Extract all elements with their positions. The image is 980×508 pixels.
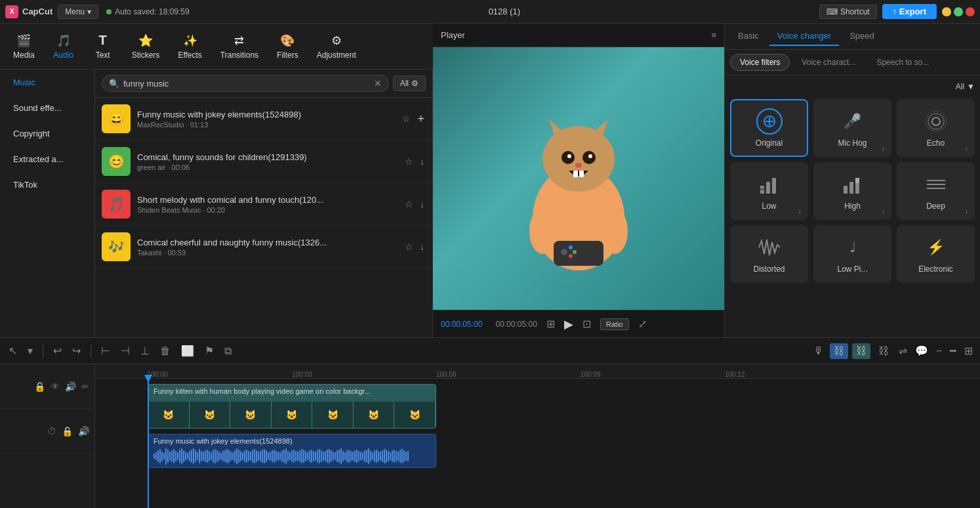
maximize-button[interactable] [954, 7, 963, 16]
split-keep-button[interactable]: ⊥ [137, 343, 153, 359]
subtitle-button[interactable]: 💬 [913, 343, 930, 359]
shortcut-button[interactable]: ⌨ Shortcut [819, 5, 877, 19]
app-logo: X CapCut [5, 5, 52, 18]
redo-button[interactable]: ↪ [69, 343, 84, 359]
toolbar-stickers[interactable]: ⭐ Stickers [124, 30, 168, 64]
search-input-wrap[interactable]: 🔍 ✕ [102, 75, 389, 92]
export-button[interactable]: ↑ Export [882, 4, 937, 19]
tab-speed[interactable]: Speed [842, 27, 882, 46]
toolbar-transitions[interactable]: ⇄ Transitions [213, 30, 266, 64]
delete-button[interactable]: 🗑 [157, 343, 174, 359]
speaker-icon[interactable]: 🔊 [64, 380, 77, 393]
svg-point-21 [932, 117, 940, 125]
sub-tab-voice-filters[interactable]: Voice filters [730, 54, 790, 71]
nav-copyright[interactable]: Copyright [4, 122, 91, 145]
toolbar-audio[interactable]: 🎵 Audio [45, 30, 82, 64]
list-item[interactable]: 🎶 Comical cheerful and naughty funny mus… [95, 226, 432, 268]
clock-icon[interactable]: ⏱ [46, 425, 58, 438]
split-all-button[interactable]: ⊣ [117, 343, 133, 359]
tab-basic[interactable]: Basic [730, 27, 767, 46]
sub-tab-speech-to-so[interactable]: Speech to so... [867, 54, 938, 71]
grid-view-button[interactable]: ⊞ [544, 316, 558, 331]
nav-extracted[interactable]: Extracted a... [4, 148, 91, 171]
filter-low-pitch[interactable]: ♩ Low Pi... [813, 225, 891, 283]
close-button[interactable] [966, 7, 975, 16]
filter-button[interactable]: All ⚙ [393, 75, 426, 91]
timeline-scrollable[interactable]: 100:00 100:03 100:06 100:09 100:12 Funny… [95, 364, 980, 508]
svg-rect-9 [573, 171, 578, 177]
eye-icon[interactable]: 👁 [49, 380, 61, 393]
cursor-dropdown-button[interactable]: ▾ [24, 343, 36, 359]
link-button[interactable]: ⛓ [830, 343, 848, 359]
search-input[interactable] [123, 79, 370, 89]
filter-mic-hog[interactable]: 🎤 Mic Hog ↓ [813, 99, 891, 157]
track-favorite-button[interactable]: ☆ [403, 240, 415, 253]
toolbar-effects[interactable]: ✨ Effects [170, 30, 209, 64]
nav-music[interactable]: Music [4, 71, 91, 94]
track-download-button[interactable]: ↓ [419, 198, 426, 211]
filter-original[interactable]: Original [730, 99, 808, 157]
all-filter-button[interactable]: All ▼ [956, 82, 975, 91]
filter-deep[interactable]: Deep ↓ [897, 162, 975, 220]
track-favorite-button[interactable]: ☆ [403, 155, 415, 168]
filter-electronic[interactable]: ⚡ Electronic [897, 225, 975, 283]
lock2-icon[interactable]: 🔒 [60, 425, 74, 438]
swap-button[interactable]: ⇌ [897, 343, 909, 359]
flag-button[interactable]: ⚑ [201, 343, 217, 359]
lock-icon[interactable]: 🔒 [33, 380, 47, 393]
mic-button[interactable]: 🎙 [811, 343, 826, 359]
list-item[interactable]: 🎵 Short melody with comical and funny to… [95, 183, 432, 226]
electronic-icon: ⚡ [923, 234, 949, 261]
filter-icon: ⚙ [411, 79, 419, 88]
search-clear-icon[interactable]: ✕ [374, 78, 382, 89]
audio-link-button[interactable]: ⛓ [874, 343, 893, 359]
play-button[interactable]: ▶ [564, 317, 573, 331]
audio-track[interactable]: Funny music with jokey elements(1524898) [148, 434, 436, 468]
track-download-button[interactable]: ↓ [419, 240, 426, 253]
group-button[interactable]: ⧉ [221, 343, 235, 359]
zoom-out-button[interactable]: − [934, 343, 944, 359]
track-favorite-button[interactable]: ☆ [403, 198, 415, 211]
nav-sound-effects[interactable]: Sound effe... [4, 96, 91, 119]
track-info: Comical, funny sounds for children(12913… [137, 152, 397, 171]
track-add-button[interactable]: + [416, 111, 426, 127]
menu-button[interactable]: Menu ▾ [58, 5, 98, 19]
sub-tab-voice-charact[interactable]: Voice charact... [792, 54, 865, 71]
toolbar-filters[interactable]: 🎨 Filters [269, 30, 306, 64]
video-link-button[interactable]: ⛓ [852, 343, 870, 359]
toolbar-text[interactable]: T Text [85, 29, 121, 64]
svg-point-17 [573, 250, 577, 254]
list-item[interactable]: 😊 Comical, funny sounds for children(129… [95, 140, 432, 183]
filter-echo[interactable]: Echo ↓ [897, 99, 975, 157]
nav-tiktok[interactable]: TikTok [4, 173, 91, 196]
svg-rect-27 [760, 188, 764, 190]
filter-high[interactable]: High ↓ [813, 162, 891, 220]
edit-icon[interactable]: ✏ [80, 380, 91, 393]
fullscreen-button[interactable]: ⤢ [636, 316, 649, 331]
original-filter-icon [756, 108, 783, 135]
split-button[interactable]: ⊢ [98, 343, 113, 359]
crop-button[interactable]: ⬜ [178, 343, 197, 359]
low-icon [756, 171, 783, 198]
minimize-button[interactable] [942, 7, 951, 16]
filter-low[interactable]: Low ↓ [730, 162, 808, 220]
fit-button[interactable]: ⊞ [962, 343, 975, 359]
undo-button[interactable]: ↩ [50, 343, 65, 359]
player-more-icon[interactable]: ≡ [711, 30, 716, 40]
speaker2-icon[interactable]: 🔊 [77, 425, 91, 438]
track-favorite-button[interactable]: ☆ [401, 112, 412, 125]
ratio-button[interactable]: Ratio [600, 318, 629, 330]
toolbar-media[interactable]: 🎬 Media [5, 30, 43, 64]
filter-distorted[interactable]: Distorted [730, 225, 808, 283]
fullscreen-fit-button[interactable]: ⊡ [580, 316, 594, 331]
track-download-button[interactable]: ↓ [419, 155, 426, 168]
toolbar-adjustment[interactable]: ⚙ Adjustment [309, 30, 364, 64]
tab-voice-changer[interactable]: Voice changer [769, 27, 839, 46]
video-track[interactable]: Funny kitten with human body playing vid… [148, 384, 436, 429]
playhead[interactable] [148, 379, 149, 508]
zoom-in-button[interactable]: ━ [948, 343, 958, 359]
svg-point-6 [567, 154, 571, 158]
svg-point-8 [575, 163, 582, 168]
list-item[interactable]: 😄 Funny music with jokey elements(152489… [95, 98, 432, 140]
cursor-tool-button[interactable]: ↖ [5, 343, 20, 359]
